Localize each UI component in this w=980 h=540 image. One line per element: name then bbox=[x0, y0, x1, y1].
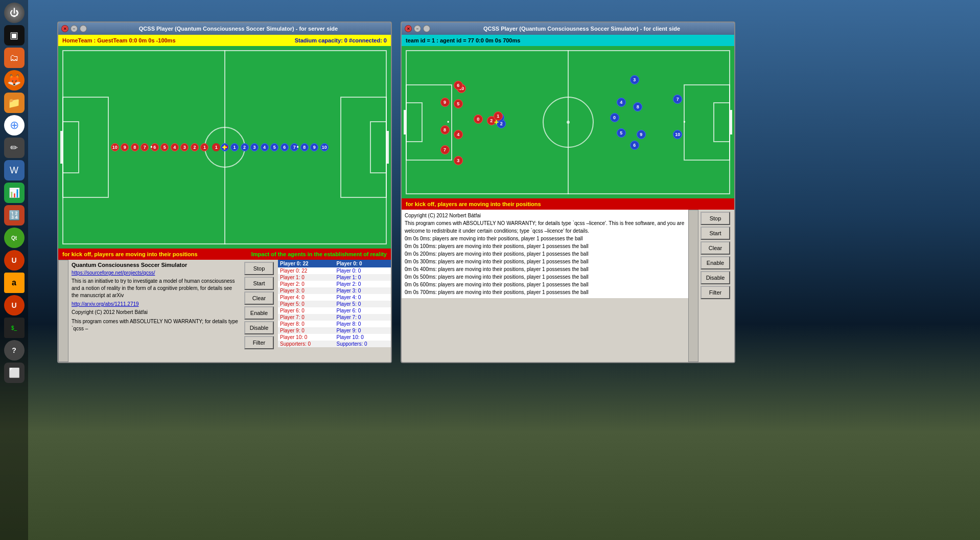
client-filter-button[interactable]: Filter bbox=[701, 286, 730, 299]
server-sidebar-link2[interactable]: http://arxiv.org/abs/1211.2719 bbox=[72, 301, 239, 307]
server-sidebar-text2: Copyright (C) 2012 Norbert Bátfai bbox=[72, 309, 239, 316]
server-stats-right: Player 4: 0 bbox=[335, 294, 391, 301]
document-icon[interactable]: W bbox=[4, 160, 25, 181]
server-status-right: Stadium capacity: 0 #connected: 0 bbox=[295, 37, 387, 43]
server-stop-button[interactable]: Stop bbox=[244, 262, 274, 275]
terminal2-icon[interactable]: $_ bbox=[4, 318, 25, 338]
server-stats-right: Player 0: 0 bbox=[335, 267, 391, 274]
client-close-button[interactable]: ✕ bbox=[405, 25, 412, 32]
server-disable-button[interactable]: Disable bbox=[244, 321, 274, 334]
server-stats-row: Player 9: 0Player 9: 0 bbox=[278, 327, 391, 334]
client-log-line: 0m 0s 700ms: players are moving into the… bbox=[405, 288, 695, 296]
client-start-button[interactable]: Start bbox=[701, 227, 730, 240]
server-stats-row: Supporters: 0Supporters: 0 bbox=[278, 341, 391, 347]
client-blue-10: 10 bbox=[673, 130, 682, 139]
server-blue-9: 9 bbox=[310, 143, 318, 151]
calc-icon[interactable]: 🔢 bbox=[4, 205, 25, 226]
server-stats-right: Player 6: 0 bbox=[335, 307, 391, 314]
client-clear-button[interactable]: Clear bbox=[701, 241, 730, 255]
client-red-9: 9 bbox=[440, 98, 450, 107]
screen2-icon[interactable]: ⬜ bbox=[4, 363, 25, 383]
server-red-10: 10 bbox=[111, 143, 119, 151]
qt-icon[interactable]: Qt bbox=[4, 228, 25, 248]
server-blue-8: 8 bbox=[300, 143, 309, 151]
server-blue-6: 6 bbox=[281, 143, 289, 151]
client-enable-button[interactable]: Enable bbox=[701, 256, 730, 269]
server-stats-row: Player 1: 0Player 1: 0 bbox=[278, 274, 391, 281]
server-stats-right: Supporters: 0 bbox=[335, 341, 391, 347]
server-sidebar-scroll[interactable] bbox=[58, 260, 68, 362]
server-stats-table: Player 0: 22 Player 0: 0 Player 0: 22Pla… bbox=[278, 260, 391, 347]
server-enable-button[interactable]: Enable bbox=[244, 306, 274, 320]
folder-icon[interactable]: 📁 bbox=[4, 93, 25, 113]
right-goal-box bbox=[370, 121, 387, 174]
server-stats-left: Player 2: 0 bbox=[278, 281, 335, 287]
server-status-left: HomeTeam : GuestTeam 0:0 0m 0s -100ms bbox=[62, 37, 295, 43]
amazon-icon[interactable]: a bbox=[4, 273, 25, 293]
chrome-icon[interactable]: ⊕ bbox=[4, 115, 25, 136]
client-titlebar: ✕ − QCSS Player (Quantum Consciousness S… bbox=[402, 22, 734, 35]
server-sidebar-link1[interactable]: https://sourceforge.net/projects/qcss/ bbox=[72, 270, 239, 276]
spreadsheet-icon[interactable]: 📊 bbox=[4, 183, 25, 203]
client-blue-6: 6 bbox=[630, 141, 639, 150]
client-stop-button[interactable]: Stop bbox=[701, 212, 730, 225]
client-log-line: 0m 0s 100ms: players are moving into the… bbox=[405, 242, 695, 250]
server-stats-row: Player 3: 0Player 3: 0 bbox=[278, 287, 391, 294]
client-log-scroll[interactable] bbox=[688, 210, 698, 362]
ubuntu2-icon[interactable]: U bbox=[4, 295, 25, 316]
server-blue-1: 1 bbox=[230, 143, 239, 151]
server-clear-button[interactable]: Clear bbox=[244, 291, 274, 305]
server-stats-left: Player 8: 0 bbox=[278, 321, 335, 327]
client-left-goal-box bbox=[406, 102, 423, 142]
left-goal bbox=[60, 131, 62, 163]
firefox-icon[interactable]: 🦊 bbox=[4, 70, 25, 91]
server-minimize-button[interactable]: − bbox=[71, 25, 78, 32]
server-buttons-col: Stop Start Clear Enable Disable Filter bbox=[242, 260, 278, 362]
server-field: + × 10 9 8 7 6 5 4 3 2 1 1 0 1 2 3 4 5 6… bbox=[58, 46, 391, 249]
terminal-icon[interactable]: ▣ bbox=[4, 25, 25, 46]
server-stats-right: Player 2: 0 bbox=[335, 281, 391, 287]
client-log-area: Copyright (C) 2012 Norbert BátfaiThis pr… bbox=[402, 210, 698, 298]
client-red-0: 0 bbox=[474, 115, 483, 124]
client-field-status: for kick off, players are moving into th… bbox=[402, 198, 734, 210]
server-red-9: 9 bbox=[121, 143, 129, 151]
server-crosshair: + bbox=[222, 142, 227, 153]
power-icon[interactable]: ⏻ bbox=[4, 3, 25, 23]
client-red-6: 6 bbox=[454, 81, 463, 90]
client-blue-3: 3 bbox=[630, 75, 639, 84]
server-maximize-button bbox=[80, 25, 87, 32]
client-minimize-button[interactable]: − bbox=[414, 25, 421, 32]
server-stats-right: Player 1: 0 bbox=[335, 274, 391, 281]
server-stats-left: Supporters: 0 bbox=[278, 341, 335, 347]
client-log-line: 0m 0s 500ms: players are moving into the… bbox=[405, 273, 695, 281]
client-log-line: This program comes with ABSOLUTELY NO WA… bbox=[405, 219, 695, 235]
server-red-2: 2 bbox=[191, 143, 199, 151]
server-red-4: 4 bbox=[171, 143, 179, 151]
server-bottom-panel: Quantum Consciousness Soccer Simulator h… bbox=[58, 260, 391, 362]
server-field-status: for kick off, players are moving into th… bbox=[58, 249, 391, 260]
files-icon[interactable]: 🗂 bbox=[4, 48, 25, 68]
text-editor-icon[interactable]: ✏ bbox=[4, 138, 25, 158]
server-start-button[interactable]: Start bbox=[244, 277, 274, 290]
client-bottom-panel: Copyright (C) 2012 Norbert BátfaiThis pr… bbox=[402, 210, 734, 362]
ubuntu1-icon[interactable]: U bbox=[4, 250, 25, 271]
client-red-8: 8 bbox=[440, 125, 450, 134]
client-blue-8: 8 bbox=[633, 102, 642, 111]
server-close-button[interactable]: ✕ bbox=[61, 25, 68, 32]
client-blue-0: 0 bbox=[610, 113, 619, 122]
help-icon[interactable]: ? bbox=[4, 340, 25, 361]
server-impact-text: Impact of the agents in the establishmen… bbox=[251, 251, 387, 257]
server-stats-right: Player 9: 0 bbox=[335, 327, 391, 334]
client-status-text: team id = 1 : agent id = 77 0:0 0m 0s 70… bbox=[406, 37, 520, 43]
client-title: QCSS Player (Quantum Consciousness Socce… bbox=[432, 26, 731, 32]
server-stats-left: Player 3: 0 bbox=[278, 287, 335, 294]
client-disable-button[interactable]: Disable bbox=[701, 271, 730, 284]
client-field: 10 9 8 7 6 5 4 3 0 2 + 1 3 4 0 5 6 8 9 1… bbox=[402, 46, 734, 198]
client-maximize-button bbox=[423, 25, 430, 32]
server-filter-button[interactable]: Filter bbox=[244, 336, 274, 349]
client-log-line: Copyright (C) 2012 Norbert Bátfai bbox=[405, 212, 695, 219]
server-stats-right: Player 8: 0 bbox=[335, 321, 391, 327]
server-stats-row: Player 10: 0Player 10: 0 bbox=[278, 334, 391, 341]
client-red-5: 5 bbox=[454, 99, 463, 108]
server-stats-row: Player 2: 0Player 2: 0 bbox=[278, 281, 391, 287]
